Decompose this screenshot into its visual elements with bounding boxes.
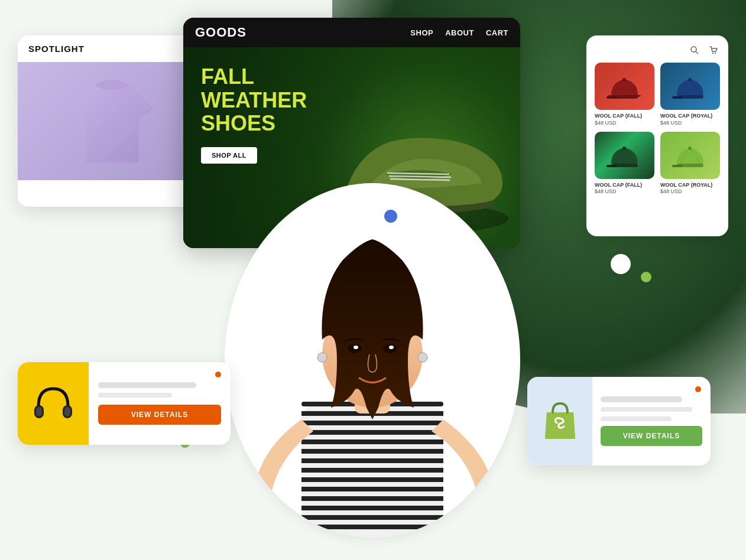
svg-line-5 [696,51,698,54]
cap-item-royal-lightgreen: WOOL CAP (ROYAL) $48 USD [660,132,720,195]
cap-name-4: WOOL CAP (ROYAL) [660,182,720,189]
caps-product-card: WOOL CAP (FALL) $48 USD WOOL CAP (ROYAL)… [586,35,728,236]
product-title-placeholder [98,382,196,388]
cap-price-1: $48 USD [595,120,654,126]
shopify-card-indicator-dot [695,386,701,392]
shopify-image-area [527,377,592,465]
hero-text-container: FALL WEATHER SHOES SHOP ALL [201,65,307,164]
svg-rect-32 [301,506,443,510]
svg-rect-12 [672,96,683,99]
svg-rect-48 [64,407,70,416]
spotlight-card: SPOTLIGHT [18,35,207,207]
hero-title: FALL WEATHER SHOES [201,65,307,135]
svg-rect-24 [301,430,443,435]
cap-image-blue [660,63,720,110]
goods-navbar: GOODS SHOP ABOUT CART [183,18,520,47]
headphones-product-card: VIEW DETAILS [18,362,231,445]
svg-rect-23 [301,421,443,425]
svg-rect-18 [672,165,683,167]
svg-point-44 [418,353,427,362]
svg-point-6 [712,53,713,54]
svg-point-35 [248,486,266,500]
cap-name-2: WOOL CAP (ROYAL) [660,113,720,120]
cap-price-2: $48 USD [660,120,720,126]
svg-rect-47 [36,407,42,416]
cap-item-fall-darkgreen: WOOL CAP (FALL) $48 USD [595,132,654,195]
decorative-dot-green-2 [641,272,651,282]
cap-image-orange [595,63,654,110]
view-details-button-shopify[interactable]: VIEW DETAILS [601,426,702,446]
spotlight-tshirt-area [18,62,207,180]
cap-name-1: WOOL CAP (FALL) [595,113,654,120]
cap-name-3: WOOL CAP (FALL) [595,182,654,189]
cap-item-royal-blue: WOOL CAP (ROYAL) $48 USD [660,63,720,126]
person-oval [225,183,520,538]
cap-image-darkgreen [595,132,654,179]
svg-rect-30 [301,487,443,491]
caps-grid: WOOL CAP (FALL) $48 USD WOOL CAP (ROYAL)… [595,63,720,194]
svg-point-41 [353,346,358,349]
cart-icon[interactable] [707,44,720,57]
shopify-subtitle-2-placeholder [601,416,672,421]
svg-point-43 [317,353,327,362]
svg-rect-15 [606,165,617,167]
headphones-product-info: VIEW DETAILS [89,373,231,434]
card-indicator-dot [215,372,221,377]
person-illustration [225,183,520,538]
svg-point-42 [389,346,394,349]
svg-rect-34 [301,525,443,529]
shopify-subtitle-1-placeholder [601,407,692,412]
svg-rect-29 [301,477,443,482]
headphones-image-area [18,362,89,445]
svg-rect-27 [301,458,443,463]
cap-image-lightgreen [660,132,720,179]
svg-point-4 [691,47,696,52]
svg-rect-28 [301,468,443,473]
shop-all-button[interactable]: SHOP ALL [201,147,257,164]
view-details-button-headphones[interactable]: VIEW DETAILS [98,405,221,425]
svg-point-7 [715,53,716,54]
cap-item-fall-orange: WOOL CAP (FALL) $48 USD [595,63,654,126]
cap-price-4: $48 USD [660,188,720,194]
svg-rect-33 [301,515,443,520]
tshirt-icon [71,74,154,168]
svg-rect-9 [606,96,617,99]
shopify-product-card: VIEW DETAILS [527,377,711,465]
svg-rect-25 [301,439,443,444]
headphones-icon [30,380,77,427]
goods-nav-about[interactable]: ABOUT [445,28,474,37]
svg-rect-26 [301,449,443,454]
shopify-logo-icon [538,398,582,445]
spotlight-title: SPOTLIGHT [18,35,207,62]
svg-point-36 [482,484,500,499]
decorative-dot-white-2 [611,254,631,274]
goods-logo: GOODS [195,25,246,40]
goods-nav-cart[interactable]: CART [486,28,508,37]
goods-nav-shop[interactable]: SHOP [410,28,433,37]
search-icon[interactable] [688,44,701,57]
shopify-title-placeholder [601,396,682,402]
cap-price-3: $48 USD [595,188,654,194]
product-subtitle-placeholder [98,393,172,398]
svg-rect-31 [301,496,443,501]
decorative-dot-blue [384,210,397,223]
caps-search-row [595,44,720,57]
shopify-product-info: VIEW DETAILS [592,388,711,454]
